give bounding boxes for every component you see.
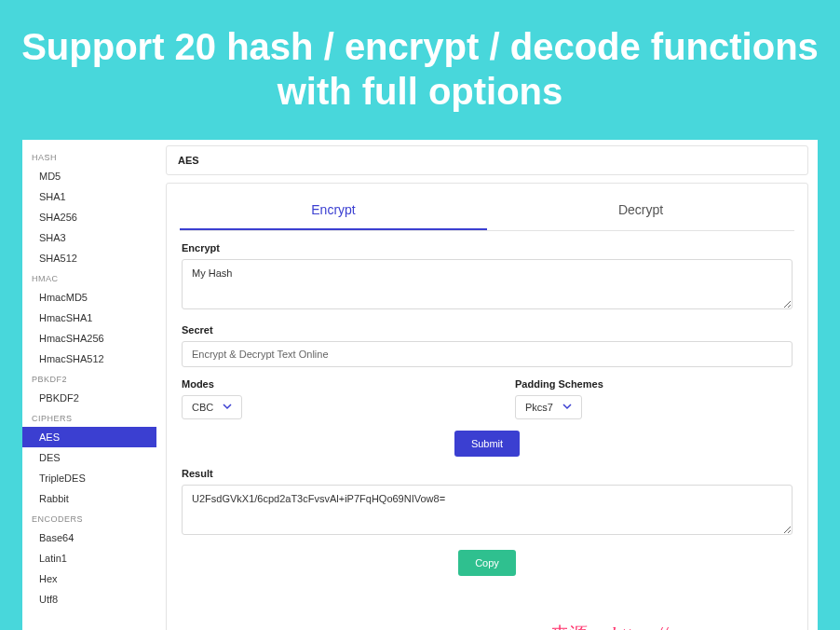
form-body: Encrypt My Hash Secret Modes CBC — [167, 231, 807, 630]
sidebar-item-hmacmd5[interactable]: HmacMD5 — [22, 287, 156, 308]
banner-title: Support 20 hash / encrypt / decode funct… — [19, 24, 821, 114]
sidebar-item-md5[interactable]: MD5 — [22, 166, 156, 186]
modes-section: Modes CBC — [182, 378, 459, 419]
result-section: Result U2FsdGVkX1/6cpd2aT3cFvsvAl+iP7FqH… — [182, 468, 793, 539]
sidebar-item-base64[interactable]: Base64 — [22, 527, 156, 548]
submit-row: Submit — [182, 431, 793, 457]
modes-select[interactable]: CBC — [182, 395, 242, 419]
sidebar-section-label: PBKDF2 — [22, 369, 156, 388]
tab-bar: Encrypt Decrypt — [167, 184, 807, 230]
main-panel: AES Encrypt Decrypt Encrypt My Hash Secr… — [156, 140, 818, 630]
copy-row: Copy — [182, 550, 793, 576]
copy-button[interactable]: Copy — [458, 550, 516, 576]
watermark: 来源：https://www.ceacer.cn — [550, 622, 784, 630]
sidebar-item-sha512[interactable]: SHA512 — [22, 248, 156, 268]
sidebar-item-latin1[interactable]: Latin1 — [22, 548, 156, 568]
sidebar-item-rabbit[interactable]: Rabbit — [22, 488, 156, 509]
padding-label: Padding Schemes — [515, 378, 793, 390]
modes-label: Modes — [182, 378, 459, 390]
sidebar-item-tripledes[interactable]: TripleDES — [22, 468, 156, 488]
app-shell: HASHMD5SHA1SHA256SHA3SHA512HMACHmacMD5Hm… — [22, 140, 818, 630]
sidebar-item-sha1[interactable]: SHA1 — [22, 186, 156, 207]
sidebar-item-hex[interactable]: Hex — [22, 568, 156, 589]
tab-encrypt[interactable]: Encrypt — [180, 193, 487, 230]
sidebar-item-utf8[interactable]: Utf8 — [22, 589, 156, 609]
cipher-card: Encrypt Decrypt Encrypt My Hash Secret M… — [166, 183, 808, 630]
modes-selected: CBC — [192, 402, 213, 413]
sidebar-section-label: HASH — [22, 147, 156, 166]
chevron-down-icon — [223, 402, 232, 413]
encrypt-label: Encrypt — [182, 242, 793, 253]
sidebar-item-sha256[interactable]: SHA256 — [22, 207, 156, 227]
promo-banner: Support 20 hash / encrypt / decode funct… — [0, 0, 840, 140]
encrypt-section: Encrypt My Hash — [182, 242, 793, 313]
sidebar-item-hmacsha256[interactable]: HmacSHA256 — [22, 328, 156, 349]
watermark-url: https://www.ceacer.cn — [611, 623, 784, 630]
padding-select[interactable]: Pkcs7 — [515, 395, 582, 419]
secret-label: Secret — [182, 324, 793, 336]
chevron-down-icon — [562, 402, 572, 413]
secret-section: Secret — [182, 324, 793, 367]
sidebar-section-label: ENCODERS — [22, 509, 156, 527]
sidebar-item-sha3[interactable]: SHA3 — [22, 227, 156, 248]
padding-section: Padding Schemes Pkcs7 — [515, 378, 793, 419]
sidebar-item-hmacsha1[interactable]: HmacSHA1 — [22, 308, 156, 328]
sidebar-section-label: HMAC — [22, 268, 156, 287]
sidebar: HASHMD5SHA1SHA256SHA3SHA512HMACHmacMD5Hm… — [22, 140, 156, 630]
sidebar-section-label: CIPHERS — [22, 408, 156, 427]
options-row: Modes CBC Padding Schemes Pkcs7 — [182, 378, 793, 419]
result-label: Result — [182, 468, 793, 479]
padding-selected: Pkcs7 — [525, 402, 553, 413]
encrypt-input[interactable]: My Hash — [182, 259, 793, 309]
tab-decrypt[interactable]: Decrypt — [487, 193, 794, 230]
page-title: AES — [166, 145, 808, 175]
sidebar-item-aes[interactable]: AES — [22, 427, 156, 447]
secret-input[interactable] — [182, 341, 793, 367]
submit-button[interactable]: Submit — [454, 431, 520, 457]
sidebar-item-hmacsha512[interactable]: HmacSHA512 — [22, 349, 156, 369]
sidebar-item-pbkdf2[interactable]: PBKDF2 — [22, 388, 156, 408]
sidebar-item-des[interactable]: DES — [22, 447, 156, 468]
watermark-label: 来源： — [550, 623, 608, 630]
result-output[interactable]: U2FsdGVkX1/6cpd2aT3cFvsvAl+iP7FqHQo69NIV… — [182, 485, 793, 535]
